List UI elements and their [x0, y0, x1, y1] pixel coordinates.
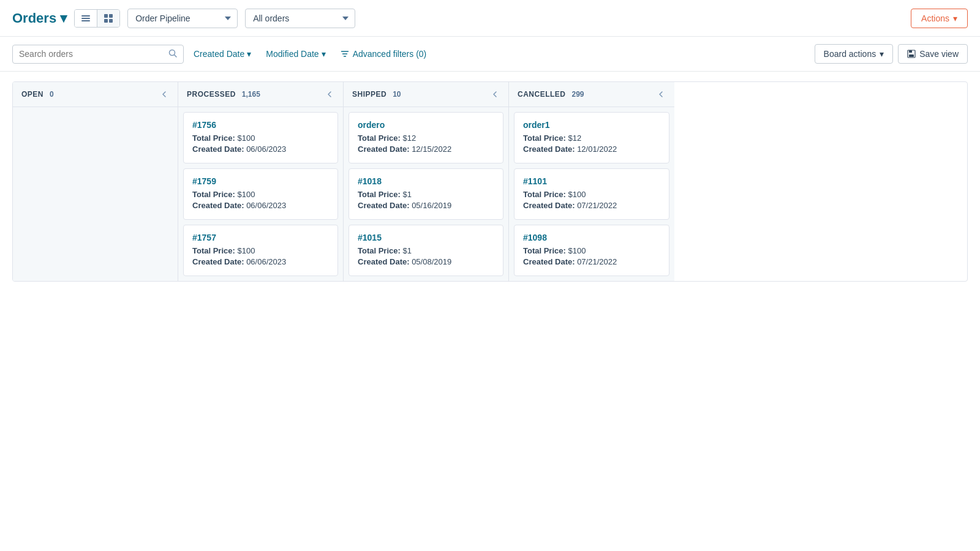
card-total-price: Total Price: $100 [523, 246, 660, 255]
column-processed: PROCESSED1,165#1756Total Price: $100Crea… [178, 82, 344, 281]
card-created-date: Created Date: 07/21/2022 [523, 257, 660, 266]
svg-rect-5 [104, 19, 108, 23]
collapse-button-cancelled[interactable] [656, 89, 666, 99]
svg-rect-0 [81, 15, 90, 17]
card-title[interactable]: ordero [358, 120, 494, 130]
list-view-button[interactable] [75, 10, 97, 27]
board-container: OPEN0PROCESSED1,165#1756Total Price: $10… [0, 72, 980, 291]
save-icon [907, 50, 916, 58]
svg-rect-3 [104, 14, 108, 18]
svg-rect-6 [109, 19, 113, 23]
card-created-date: Created Date: 06/06/2023 [192, 257, 329, 266]
card-title[interactable]: #1098 [523, 233, 660, 242]
grid-view-button[interactable] [97, 10, 119, 27]
modified-date-caret: ▾ [322, 49, 326, 59]
column-header-left-cancelled: CANCELLED299 [518, 90, 584, 99]
page-title[interactable]: Orders ▾ [12, 10, 67, 26]
actions-caret: ▾ [953, 13, 957, 23]
card-total-price: Total Price: $12 [523, 133, 660, 143]
column-body-shipped: orderoTotal Price: $12Created Date: 12/1… [344, 107, 508, 281]
column-header-open: OPEN0 [13, 82, 178, 107]
column-header-cancelled: CANCELLED299 [509, 82, 674, 107]
search-box [12, 45, 184, 64]
list-item[interactable]: #1757Total Price: $100Created Date: 06/0… [183, 225, 338, 276]
svg-rect-2 [81, 20, 90, 21]
list-item[interactable]: #1015Total Price: $1Created Date: 05/08/… [349, 225, 503, 276]
collapse-button-shipped[interactable] [490, 89, 500, 99]
save-view-label: Save view [919, 49, 959, 59]
created-date-filter[interactable]: Created Date ▾ [189, 45, 256, 62]
card-title[interactable]: #1018 [358, 176, 494, 186]
search-input[interactable] [19, 49, 164, 59]
card-created-date: Created Date: 06/06/2023 [192, 201, 329, 210]
column-count-open: 0 [50, 90, 54, 99]
column-title-open: OPEN [21, 90, 43, 99]
orders-filter-select[interactable]: All orders [245, 9, 355, 28]
svg-rect-1 [81, 18, 90, 19]
pipeline-select[interactable]: Order Pipeline [127, 9, 238, 28]
actions-button[interactable]: Actions ▾ [911, 9, 968, 28]
card-title[interactable]: #1101 [523, 176, 660, 186]
card-total-price: Total Price: $1 [358, 190, 494, 199]
column-header-processed: PROCESSED1,165 [178, 82, 343, 107]
search-icon [168, 49, 177, 59]
column-title-cancelled: CANCELLED [518, 90, 566, 99]
filter-lines-icon [341, 50, 349, 58]
column-count-cancelled: 299 [572, 90, 584, 99]
list-icon [81, 13, 91, 23]
card-title[interactable]: order1 [523, 120, 660, 130]
column-header-shipped: SHIPPED10 [344, 82, 508, 107]
created-date-label: Created Date [194, 49, 244, 59]
actions-label: Actions [921, 13, 949, 23]
board-actions-label: Board actions [824, 49, 876, 59]
modified-date-label: Modified Date [266, 49, 318, 59]
card-title[interactable]: #1756 [192, 120, 329, 130]
column-title-processed: PROCESSED [187, 90, 236, 99]
svg-line-8 [175, 54, 177, 57]
list-item[interactable]: #1756Total Price: $100Created Date: 06/0… [183, 112, 338, 163]
board-actions-caret: ▾ [880, 49, 884, 59]
card-created-date: Created Date: 06/06/2023 [192, 144, 329, 154]
card-created-date: Created Date: 07/21/2022 [523, 201, 660, 210]
filter-bar: Created Date ▾ Modified Date ▾ Advanced … [0, 37, 980, 72]
list-item[interactable]: orderoTotal Price: $12Created Date: 12/1… [349, 112, 503, 163]
card-created-date: Created Date: 12/01/2022 [523, 144, 660, 154]
advanced-filters-button[interactable]: Advanced filters (0) [336, 45, 432, 62]
column-open: OPEN0 [13, 82, 178, 281]
column-count-shipped: 10 [393, 90, 401, 99]
card-total-price: Total Price: $12 [358, 133, 494, 143]
collapse-button-open[interactable] [159, 89, 169, 99]
column-shipped: SHIPPED10orderoTotal Price: $12Created D… [344, 82, 509, 281]
column-header-left-shipped: SHIPPED10 [352, 90, 401, 99]
card-title[interactable]: #1015 [358, 233, 494, 242]
column-title-shipped: SHIPPED [352, 90, 386, 99]
save-view-button[interactable]: Save view [898, 44, 968, 64]
grid-icon [104, 13, 113, 23]
card-total-price: Total Price: $100 [192, 190, 329, 199]
list-item[interactable]: order1Total Price: $12Created Date: 12/0… [514, 112, 669, 163]
top-bar: Orders ▾ Order Pipeline All orders Actio… [0, 0, 980, 37]
card-title[interactable]: #1757 [192, 233, 329, 242]
board-actions-button[interactable]: Board actions ▾ [815, 44, 894, 64]
card-total-price: Total Price: $100 [523, 190, 660, 199]
svg-rect-4 [109, 14, 113, 18]
card-total-price: Total Price: $100 [192, 246, 329, 255]
list-item[interactable]: #1101Total Price: $100Created Date: 07/2… [514, 168, 669, 220]
svg-rect-14 [909, 54, 914, 57]
list-item[interactable]: #1098Total Price: $100Created Date: 07/2… [514, 225, 669, 276]
card-created-date: Created Date: 05/16/2019 [358, 201, 494, 210]
column-header-left-processed: PROCESSED1,165 [187, 90, 260, 99]
board: OPEN0PROCESSED1,165#1756Total Price: $10… [12, 81, 968, 282]
modified-date-filter[interactable]: Modified Date ▾ [261, 45, 330, 62]
list-item[interactable]: #1759Total Price: $100Created Date: 06/0… [183, 168, 338, 220]
view-toggle [74, 9, 120, 28]
column-cancelled: CANCELLED299order1Total Price: $12Create… [509, 82, 674, 281]
column-body-cancelled: order1Total Price: $12Created Date: 12/0… [509, 107, 674, 281]
card-title[interactable]: #1759 [192, 176, 329, 186]
column-count-processed: 1,165 [242, 90, 260, 99]
orders-caret: ▾ [60, 10, 67, 26]
column-body-processed: #1756Total Price: $100Created Date: 06/0… [178, 107, 343, 281]
column-header-left-open: OPEN0 [21, 90, 54, 99]
collapse-button-processed[interactable] [325, 89, 334, 99]
list-item[interactable]: #1018Total Price: $1Created Date: 05/16/… [349, 168, 503, 220]
